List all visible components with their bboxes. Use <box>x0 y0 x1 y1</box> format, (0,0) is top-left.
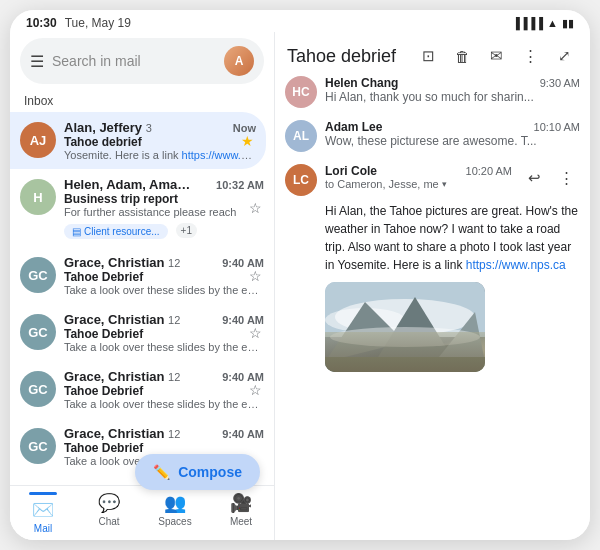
email-content-3: Grace, Christian 12 9:40 AM Tahoe Debrie… <box>64 255 264 296</box>
more-action[interactable]: ⋮ <box>516 42 544 70</box>
reply-action[interactable]: ↩ <box>520 164 548 192</box>
msg-avatar-2: AL <box>285 120 317 152</box>
nav-item-spaces[interactable]: 👥 Spaces <box>142 486 208 540</box>
star-icon-4[interactable]: ☆ <box>249 325 262 341</box>
search-bar[interactable]: ☰ Search in mail A <box>20 38 264 84</box>
nav-item-chat[interactable]: 💬 Chat <box>76 486 142 540</box>
email-preview-3: Take a look over these slides by the end… <box>64 284 264 296</box>
meet-nav-label: Meet <box>230 516 252 527</box>
main-layout: ☰ Search in mail A Inbox AJ Alan, Jeffer… <box>10 32 590 540</box>
email-item-3[interactable]: GC Grace, Christian 12 9:40 AM Tahoe Deb… <box>10 247 274 304</box>
left-panel: ☰ Search in mail A Inbox AJ Alan, Jeffer… <box>10 32 275 540</box>
email-sender-5: Grace, Christian 12 <box>64 369 180 384</box>
doc-icon: ▤ <box>72 226 81 237</box>
msg-header-2: Adam Lee 10:10 AM <box>325 120 580 134</box>
expanded-time-3: 10:20 AM <box>466 165 512 177</box>
trash-action[interactable]: 🗑 <box>448 42 476 70</box>
email-header-3: Grace, Christian 12 9:40 AM <box>64 255 264 270</box>
email-item-5[interactable]: GC Grace, Christian 12 9:40 AM Tahoe Deb… <box>10 361 274 418</box>
svg-rect-6 <box>325 357 485 372</box>
expanded-sender-3: Lori Cole <box>325 164 377 178</box>
email-content-2: Helen, Adam, Amanda 4 10:32 AM Business … <box>64 177 264 239</box>
status-time: 10:30 <box>26 16 57 30</box>
battery-icon: ▮▮ <box>562 17 574 30</box>
email-header-1: Alan, Jeffery 3 Now <box>64 120 256 135</box>
email-preview-1: Yosemite. Here is a link https://www.nps… <box>64 149 256 161</box>
message-row-2: AL Adam Lee 10:10 AM Wow, these pictures… <box>285 120 580 152</box>
star-icon-2[interactable]: ☆ <box>249 200 262 216</box>
email-avatar-1: AJ <box>20 122 56 158</box>
spaces-nav-label: Spaces <box>158 516 191 527</box>
meet-nav-icon: 🎥 <box>230 492 252 514</box>
email-sender-1: Alan, Jeffery 3 <box>64 120 152 135</box>
msg-content-1: Helen Chang 9:30 AM Hi Alan, thank you s… <box>325 76 580 104</box>
menu-icon[interactable]: ☰ <box>30 52 44 71</box>
message-expanded-3: LC Lori Cole 10:20 AM to Cameron, Jesse,… <box>285 164 580 372</box>
chevron-down-icon[interactable]: ▾ <box>442 179 447 189</box>
star-icon-5[interactable]: ☆ <box>249 382 262 398</box>
email-item-1[interactable]: AJ Alan, Jeffery 3 Now Tahoe debrief Yos… <box>10 112 266 169</box>
email-sender-6: Grace, Christian 12 <box>64 426 180 441</box>
email-badge-2: ▤ Client resource... <box>64 224 168 239</box>
expanded-sender-row-3: Lori Cole 10:20 AM <box>325 164 512 178</box>
email-avatar-3: GC <box>20 257 56 293</box>
status-bar: 10:30 Tue, May 19 ▐▐▐▐ ▲ ▮▮ <box>10 10 590 32</box>
email-header-4: Grace, Christian 12 9:40 AM <box>64 312 264 327</box>
email-content-5: Grace, Christian 12 9:40 AM Tahoe Debrie… <box>64 369 264 410</box>
expanded-header-3: LC Lori Cole 10:20 AM to Cameron, Jesse,… <box>285 164 580 196</box>
user-avatar[interactable]: A <box>224 46 254 76</box>
message-row-1: HC Helen Chang 9:30 AM Hi Alan, thank yo… <box>285 76 580 108</box>
spaces-nav-icon: 👥 <box>164 492 186 514</box>
email-subject-3: Tahoe Debrief <box>64 270 264 284</box>
phone-container: 10:30 Tue, May 19 ▐▐▐▐ ▲ ▮▮ ☰ Search in … <box>10 10 590 540</box>
email-preview-4: Take a look over these slides by the end… <box>64 341 264 353</box>
signal-icon: ▐▐▐▐ <box>512 17 543 29</box>
mail-action[interactable]: ✉ <box>482 42 510 70</box>
msg-avatar-3: LC <box>285 164 317 196</box>
email-header-5: Grace, Christian 12 9:40 AM <box>64 369 264 384</box>
expanded-to-text: to Cameron, Jesse, me <box>325 178 439 190</box>
msg-time-2: 10:10 AM <box>534 121 580 133</box>
email-preview-5: Take a look over these slides by the end… <box>64 398 264 410</box>
email-subject-4: Tahoe Debrief <box>64 327 264 341</box>
status-date: Tue, May 19 <box>65 16 131 30</box>
email-header-6: Grace, Christian 12 9:40 AM <box>64 426 264 441</box>
search-input[interactable]: Search in mail <box>52 53 216 69</box>
email-avatar-6: GC <box>20 428 56 464</box>
star-icon-1[interactable]: ★ <box>241 133 254 149</box>
email-preview-2: For further assistance please reach <box>64 206 264 218</box>
email-subject-1: Tahoe debrief <box>64 135 256 149</box>
thread-messages: HC Helen Chang 9:30 AM Hi Alan, thank yo… <box>275 76 590 540</box>
nps-link[interactable]: https://www.nps.ca <box>466 258 566 272</box>
email-list: AJ Alan, Jeffery 3 Now Tahoe debrief Yos… <box>10 112 274 485</box>
right-panel: Tahoe debrief ⊡ 🗑 ✉ ⋮ ⤢ HC Helen Chang 9… <box>275 32 590 540</box>
expanded-body-3: Hi Alan, the Tahoe pictures are great. H… <box>285 202 580 274</box>
nav-item-mail[interactable]: ✉️ Mail <box>10 486 76 540</box>
nav-item-meet[interactable]: 🎥 Meet <box>208 486 274 540</box>
email-time-2: 10:32 AM <box>216 179 264 191</box>
expand-action[interactable]: ⤢ <box>550 42 578 70</box>
email-subject-6: Tahoe Debrief <box>64 441 264 455</box>
yosemite-image <box>325 282 485 372</box>
inbox-label: Inbox <box>10 92 274 112</box>
star-icon-3[interactable]: ☆ <box>249 268 262 284</box>
compose-button[interactable]: ✏️ Compose <box>135 454 260 490</box>
email-item-2[interactable]: H Helen, Adam, Amanda 4 10:32 AM Busines… <box>10 169 274 247</box>
msg-header-1: Helen Chang 9:30 AM <box>325 76 580 90</box>
msg-sender-2: Adam Lee <box>325 120 382 134</box>
archive-action[interactable]: ⊡ <box>414 42 442 70</box>
msg-time-1: 9:30 AM <box>540 77 580 89</box>
email-subject-2: Business trip report <box>64 192 264 206</box>
msg-content-2: Adam Lee 10:10 AM Wow, these picturese a… <box>325 120 580 148</box>
mail-nav-icon: ✉️ <box>32 499 54 521</box>
email-sender-4: Grace, Christian 12 <box>64 312 180 327</box>
email-item-4[interactable]: GC Grace, Christian 12 9:40 AM Tahoe Deb… <box>10 304 274 361</box>
yosemite-svg <box>325 282 485 372</box>
email-sender-2: Helen, Adam, Amanda 4 <box>64 177 194 192</box>
expanded-meta-3: Lori Cole 10:20 AM to Cameron, Jesse, me… <box>325 164 512 190</box>
email-sender-3: Grace, Christian 12 <box>64 255 180 270</box>
msg-more-action[interactable]: ⋮ <box>552 164 580 192</box>
email-avatar-4: GC <box>20 314 56 350</box>
email-content-4: Grace, Christian 12 9:40 AM Tahoe Debrie… <box>64 312 264 353</box>
msg-preview-2: Wow, these picturese are awesome. T... <box>325 134 580 148</box>
